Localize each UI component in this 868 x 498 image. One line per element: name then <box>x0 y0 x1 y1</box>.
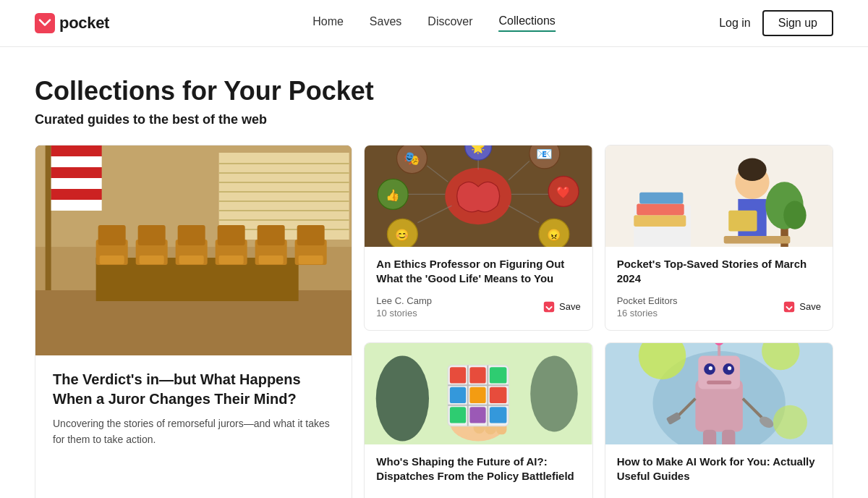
svg-rect-14 <box>51 156 102 167</box>
page-subtitle: Curated guides to the best of the web <box>35 112 833 127</box>
featured-card-body: The Verdict's in—but What Happens When a… <box>35 355 352 465</box>
card-ethics-stories: 10 stories <box>376 308 432 318</box>
nav-actions: Log in Sign up <box>719 10 833 36</box>
page-title: Collections for Your Pocket <box>35 76 833 106</box>
svg-text:😠: 😠 <box>547 228 561 242</box>
svg-rect-17 <box>51 189 102 200</box>
card-saved[interactable]: Pocket's Top-Saved Stories of March 2024… <box>605 145 833 331</box>
saved-illustration <box>605 145 833 247</box>
nav-collections[interactable]: Collections <box>499 14 556 32</box>
svg-rect-65 <box>634 215 686 227</box>
card-saved-stories: 16 stories <box>617 308 678 318</box>
svg-point-108 <box>708 366 712 370</box>
card-ethics-body: An Ethics Professor on Figuring Out What… <box>365 247 592 330</box>
svg-text:❤️: ❤️ <box>556 185 571 199</box>
courtroom-illustration <box>35 145 352 355</box>
page-header: Collections for Your Pocket Curated guid… <box>0 47 868 145</box>
svg-point-72 <box>783 201 806 229</box>
svg-rect-38 <box>299 256 323 264</box>
card-saved-footer: Pocket Editors 16 stories Save <box>617 295 821 318</box>
card-ai-future-body: Who's Shaping the Future of AI?: Dispatc… <box>365 444 592 499</box>
svg-text:📧: 📧 <box>537 146 553 162</box>
card-ethics-save[interactable]: Save <box>542 300 581 313</box>
svg-rect-62 <box>544 301 554 311</box>
svg-rect-92 <box>470 387 486 402</box>
svg-rect-0 <box>35 13 55 33</box>
card-saved-save[interactable]: Save <box>783 300 821 313</box>
ethics-illustration: 🎭 📧 😊 😠 ❤️ 👍 🌟 <box>365 145 592 247</box>
featured-card-title: The Verdict's in—but What Happens When a… <box>53 370 334 409</box>
logo-text: pocket <box>59 14 109 33</box>
featured-card-desc: Uncovering the stories of remorseful jur… <box>53 416 334 447</box>
svg-rect-27 <box>98 225 126 245</box>
card-ethics-title: An Ethics Professor on Figuring Out What… <box>376 257 580 287</box>
card-ethics-save-label: Save <box>559 301 581 312</box>
svg-rect-110 <box>707 380 731 384</box>
svg-text:🌟: 🌟 <box>472 145 486 154</box>
svg-rect-36 <box>219 256 244 264</box>
card-ai-future[interactable]: Who's Shaping the Future of AI?: Dispatc… <box>364 342 592 499</box>
card-saved-image <box>605 145 833 247</box>
logo[interactable]: pocket <box>35 13 109 33</box>
login-button[interactable]: Log in <box>719 17 751 30</box>
svg-rect-30 <box>218 225 245 245</box>
svg-rect-67 <box>639 193 683 204</box>
card-ai-work-body: How to Make AI Work for You: Actually Us… <box>605 444 833 499</box>
card-ai-work-image <box>605 343 833 444</box>
card-ethics-meta: Lee C. Camp 10 stories <box>376 295 432 318</box>
nav-saves[interactable]: Saves <box>370 15 401 31</box>
svg-rect-90 <box>490 367 507 383</box>
card-ai-work-title: How to Make AI Work for You: Actually Us… <box>617 455 821 484</box>
svg-point-98 <box>531 355 578 431</box>
svg-rect-35 <box>179 256 204 264</box>
svg-rect-33 <box>100 256 124 264</box>
svg-rect-93 <box>490 387 507 402</box>
collections-grid: The Verdict's in—but What Happens When a… <box>0 145 868 498</box>
svg-rect-75 <box>723 236 790 243</box>
nav-home[interactable]: Home <box>312 15 344 31</box>
svg-rect-34 <box>140 256 164 264</box>
svg-rect-32 <box>297 225 325 245</box>
navbar: pocket Home Saves Discover Collections L… <box>0 0 868 47</box>
svg-rect-74 <box>728 211 757 232</box>
signup-button[interactable]: Sign up <box>762 10 833 36</box>
save-icon <box>542 300 556 313</box>
nav-links: Home Saves Discover Collections <box>312 14 556 32</box>
card-saved-save-label: Save <box>799 301 821 312</box>
card-saved-title: Pocket's Top-Saved Stories of March 2024 <box>617 257 821 287</box>
svg-rect-96 <box>490 407 507 423</box>
card-ethics-footer: Lee C. Camp 10 stories Save <box>376 295 580 318</box>
svg-text:👍: 👍 <box>386 188 401 202</box>
card-ai-future-title: Who's Shaping the Future of AI?: Dispatc… <box>376 455 580 484</box>
svg-point-103 <box>773 405 807 439</box>
ai-work-illustration <box>605 343 833 444</box>
svg-rect-76 <box>784 301 794 311</box>
svg-rect-16 <box>51 178 102 189</box>
card-ethics[interactable]: 🎭 📧 😊 😠 ❤️ 👍 🌟 <box>364 145 592 331</box>
featured-card-image <box>35 145 352 355</box>
card-saved-author: Pocket Editors <box>617 295 678 306</box>
svg-rect-66 <box>637 203 684 215</box>
svg-rect-28 <box>138 225 166 245</box>
svg-rect-89 <box>470 367 486 383</box>
svg-rect-31 <box>258 225 285 245</box>
svg-text:🎭: 🎭 <box>404 151 420 166</box>
svg-rect-88 <box>450 367 466 383</box>
card-ethics-author: Lee C. Camp <box>376 295 432 306</box>
featured-card[interactable]: The Verdict's in—but What Happens When a… <box>35 145 352 498</box>
card-saved-body: Pocket's Top-Saved Stories of March 2024… <box>605 247 833 330</box>
card-ai-future-image <box>365 343 592 444</box>
svg-rect-117 <box>703 429 716 444</box>
save-icon-2 <box>783 300 796 313</box>
card-ai-work[interactable]: How to Make AI Work for You: Actually Us… <box>605 342 833 499</box>
card-ethics-image: 🎭 📧 😊 😠 ❤️ 👍 🌟 <box>365 145 592 247</box>
svg-rect-94 <box>450 407 466 423</box>
pocket-logo-icon <box>35 13 55 33</box>
ai-future-illustration <box>365 343 592 444</box>
card-saved-meta: Pocket Editors 16 stories <box>617 295 678 318</box>
svg-rect-15 <box>51 167 102 178</box>
svg-rect-13 <box>51 145 102 156</box>
nav-discover[interactable]: Discover <box>427 15 472 31</box>
svg-rect-18 <box>51 200 102 211</box>
svg-point-97 <box>376 355 429 441</box>
